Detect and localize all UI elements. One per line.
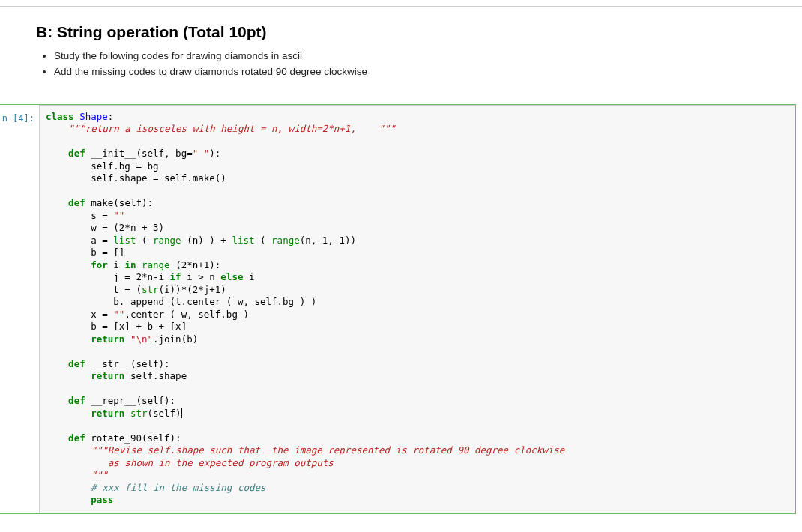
- section-heading: B: String operation (Total 10pt): [36, 23, 766, 41]
- text-cursor: [181, 408, 182, 418]
- instruction-list: Study the following codes for drawing di…: [36, 49, 766, 80]
- list-item: Add the missing codes to draw diamonds r…: [54, 64, 766, 80]
- code-column: class Shape: """return a isosceles with …: [39, 105, 795, 513]
- input-prompt-label: n [4]:: [2, 113, 34, 124]
- code-content[interactable]: class Shape: """return a isosceles with …: [46, 111, 789, 507]
- input-prompt-area: n [4]:: [0, 105, 39, 513]
- list-item: Study the following codes for drawing di…: [54, 49, 766, 64]
- markdown-cell: B: String operation (Total 10pt) Study t…: [0, 7, 802, 92]
- code-cell: n [4]: class Shape: """return a isoscele…: [0, 104, 796, 514]
- code-editor[interactable]: class Shape: """return a isosceles with …: [39, 105, 795, 513]
